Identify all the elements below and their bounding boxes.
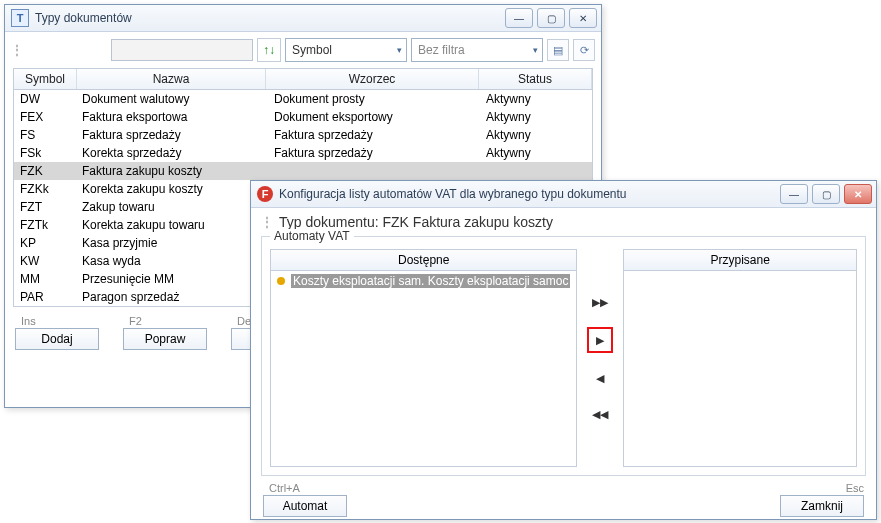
col-status[interactable]: Status: [479, 69, 592, 89]
table-row[interactable]: FZKFaktura zakupu koszty: [14, 162, 592, 180]
window-title: Typy dokumentów: [35, 11, 505, 25]
maximize-button[interactable]: ▢: [812, 184, 840, 204]
left-icon: ◀: [596, 372, 604, 385]
list-item-label: Koszty eksploatacji sam. Koszty eksploat…: [291, 274, 570, 288]
cell-nazwa: Faktura zakupu koszty: [76, 162, 268, 180]
cell-nazwa: Paragon sprzedaż: [76, 288, 268, 306]
transfer-buttons: ▶▶ ▶ ◀ ◀◀: [585, 249, 615, 467]
available-header: Dostępne: [271, 250, 576, 271]
automat-button[interactable]: Automat: [263, 495, 347, 517]
edit-button[interactable]: Popraw: [123, 328, 207, 350]
cell-symbol: FEX: [14, 108, 76, 126]
cell-nazwa: Korekta zakupu koszty: [76, 180, 268, 198]
chevron-down-icon: ▾: [533, 45, 538, 55]
cell-nazwa: Korekta sprzedaży: [76, 144, 268, 162]
cell-symbol: DW: [14, 90, 76, 108]
list-item[interactable]: Koszty eksploatacji sam. Koszty eksploat…: [271, 273, 576, 289]
cell-symbol: FSk: [14, 144, 76, 162]
chevron-down-icon: ▾: [397, 45, 402, 55]
cell-nazwa: Kasa przyjmie: [76, 234, 268, 252]
col-nazwa[interactable]: Nazwa: [77, 69, 266, 89]
cell-nazwa: Korekta zakupu towaru: [76, 216, 268, 234]
col-symbol[interactable]: Symbol: [14, 69, 77, 89]
cell-symbol: KW: [14, 252, 76, 270]
add-button[interactable]: Dodaj: [15, 328, 99, 350]
sort-button[interactable]: ↑↓: [257, 38, 281, 62]
move-left-button[interactable]: ◀: [589, 367, 611, 389]
cell-status: Aktywny: [480, 144, 592, 162]
refresh-icon[interactable]: ⟳: [573, 39, 595, 61]
cell-nazwa: Kasa wyda: [76, 252, 268, 270]
cell-nazwa: Faktura sprzedaży: [76, 126, 268, 144]
hint-ctrla: Ctrl+A: [269, 482, 300, 494]
col-wzorzec[interactable]: Wzorzec: [266, 69, 479, 89]
group-legend: Automaty VAT: [270, 229, 354, 243]
assigned-list[interactable]: Przypisane: [623, 249, 857, 467]
toolbar-handle-icon: ⋮: [11, 43, 17, 57]
cell-nazwa: Przesunięcie MM: [76, 270, 268, 288]
cell-symbol: FS: [14, 126, 76, 144]
cell-wzorzec: Dokument prosty: [268, 90, 480, 108]
cell-wzorzec: Faktura sprzedaży: [268, 144, 480, 162]
table-row[interactable]: FEXFaktura eksportowaDokument eksportowy…: [14, 108, 592, 126]
close-dialog-button[interactable]: Zamknij: [780, 495, 864, 517]
double-left-icon: ◀◀: [592, 408, 608, 421]
subtitle-bar: ⋮ Typ dokumentu: FZK Faktura zakupu kosz…: [251, 208, 876, 230]
cell-symbol: FZTk: [14, 216, 76, 234]
cell-status: Aktywny: [480, 126, 592, 144]
titlebar[interactable]: T Typy dokumentów — ▢ ✕: [5, 5, 601, 32]
cell-status: [480, 162, 592, 180]
app-icon: F: [257, 186, 273, 202]
right-icon: ▶: [596, 334, 604, 347]
cell-nazwa: Dokument walutowy: [76, 90, 268, 108]
cell-wzorzec: Dokument eksportowy: [268, 108, 480, 126]
window-title: Konfiguracja listy automatów VAT dla wyb…: [279, 187, 780, 201]
cell-wzorzec: [268, 162, 480, 180]
hint-ins: Ins: [21, 315, 36, 327]
filter-combo[interactable]: Bez filtra▾: [411, 38, 543, 62]
cell-symbol: FZK: [14, 162, 76, 180]
window-vat-config: F Konfiguracja listy automatów VAT dla w…: [250, 180, 877, 520]
close-button[interactable]: ✕: [569, 8, 597, 28]
toolbar-handle-icon: ⋮: [261, 215, 273, 229]
sort-icon: ↑↓: [263, 43, 275, 57]
app-icon: T: [11, 9, 29, 27]
hint-esc: Esc: [846, 482, 864, 494]
titlebar[interactable]: F Konfiguracja listy automatów VAT dla w…: [251, 181, 876, 208]
cell-symbol: FZT: [14, 198, 76, 216]
sort-field-combo[interactable]: Symbol▾: [285, 38, 407, 62]
cell-symbol: PAR: [14, 288, 76, 306]
cell-status: Aktywny: [480, 90, 592, 108]
doc-type-label: Typ dokumentu: FZK Faktura zakupu koszty: [279, 214, 553, 230]
close-button[interactable]: ✕: [844, 184, 872, 204]
cell-nazwa: Faktura eksportowa: [76, 108, 268, 126]
hint-f2: F2: [129, 315, 142, 327]
button-bar: Ctrl+A Automat Esc Zamknij: [251, 480, 876, 523]
double-right-icon: ▶▶: [592, 296, 608, 309]
cell-symbol: KP: [14, 234, 76, 252]
maximize-button[interactable]: ▢: [537, 8, 565, 28]
move-all-right-button[interactable]: ▶▶: [589, 291, 611, 313]
minimize-button[interactable]: —: [780, 184, 808, 204]
search-input[interactable]: [111, 39, 253, 61]
toolbar: ⋮ ↑↓ Symbol▾ Bez filtra▾ ▤ ⟳: [5, 32, 601, 66]
move-right-button[interactable]: ▶: [587, 327, 613, 353]
bullet-icon: [277, 277, 285, 285]
cell-symbol: MM: [14, 270, 76, 288]
table-row[interactable]: DWDokument walutowyDokument prostyAktywn…: [14, 90, 592, 108]
table-row[interactable]: FSkKorekta sprzedażyFaktura sprzedażyAkt…: [14, 144, 592, 162]
assigned-header: Przypisane: [624, 250, 856, 271]
minimize-button[interactable]: —: [505, 8, 533, 28]
move-all-left-button[interactable]: ◀◀: [589, 403, 611, 425]
filter-icon[interactable]: ▤: [547, 39, 569, 61]
grid-header: Symbol Nazwa Wzorzec Status: [14, 69, 592, 90]
automaty-vat-group: Automaty VAT Dostępne Koszty eksploatacj…: [261, 236, 866, 476]
available-list[interactable]: Dostępne Koszty eksploatacji sam. Koszty…: [270, 249, 577, 467]
cell-symbol: FZKk: [14, 180, 76, 198]
cell-wzorzec: Faktura sprzedaży: [268, 126, 480, 144]
cell-status: Aktywny: [480, 108, 592, 126]
cell-nazwa: Zakup towaru: [76, 198, 268, 216]
table-row[interactable]: FSFaktura sprzedażyFaktura sprzedażyAkty…: [14, 126, 592, 144]
